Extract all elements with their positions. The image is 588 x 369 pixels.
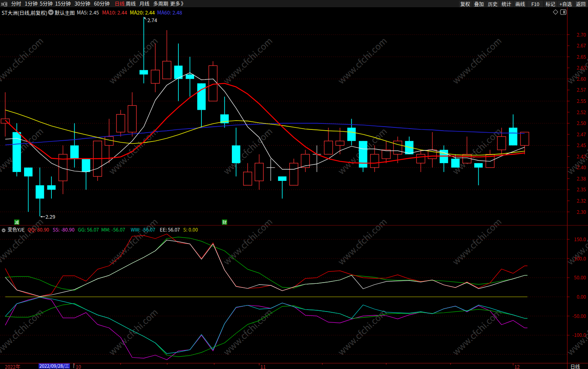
year-label: 2022年 — [5, 363, 20, 369]
diamond-icon[interactable] — [553, 10, 558, 14]
btn-fuquan[interactable]: 复权 — [459, 1, 472, 7]
event-marker[interactable]: 财 — [222, 219, 227, 225]
btn-fanhui[interactable]: 返回 — [574, 1, 587, 7]
candle-body — [497, 137, 506, 150]
layout-label[interactable]: 默认主图 — [55, 9, 75, 16]
price-label: 2.52 — [577, 109, 586, 115]
candle[interactable] — [255, 154, 263, 190]
chevron-down-icon[interactable] — [2, 227, 6, 234]
candle[interactable] — [463, 137, 471, 163]
price-label: 2.40 — [577, 164, 586, 170]
candle-body — [70, 146, 79, 159]
btn-f10[interactable]: F10 — [527, 1, 543, 7]
ma-legend-ma5: MA5: 2.45 — [77, 8, 99, 16]
more-arrow[interactable]: 》 — [181, 0, 186, 7]
candle[interactable] — [416, 150, 425, 172]
annotation-arrowhead — [40, 216, 42, 217]
indicator-line-ss — [5, 297, 527, 360]
candle[interactable] — [128, 92, 136, 136]
candle[interactable] — [486, 150, 494, 168]
candle[interactable] — [497, 128, 506, 154]
field-qq: QQ: 80.90 — [27, 226, 49, 233]
candle[interactable] — [151, 43, 160, 92]
indicator-line-mm — [5, 303, 527, 357]
tab-15min[interactable]: 15分钟 — [55, 0, 71, 7]
candle[interactable] — [244, 163, 252, 185]
candle[interactable] — [186, 57, 194, 96]
candle[interactable] — [324, 128, 333, 154]
tab-fenshi[interactable]: 分时 — [11, 0, 21, 7]
candle[interactable] — [59, 146, 67, 194]
candle[interactable] — [117, 110, 125, 137]
btn-diejia[interactable]: 叠加 — [473, 1, 486, 7]
indicator-name[interactable]: 变色YJE — [8, 226, 25, 233]
candle-body — [393, 141, 402, 154]
tab-30min[interactable]: 30分钟 — [75, 0, 90, 7]
candle[interactable] — [301, 150, 309, 172]
toolbar-buttons: 复权叠加历史统计画线F10标记+自选返回 — [459, 0, 588, 7]
tab-60min[interactable]: 60分钟 — [94, 0, 110, 7]
candle[interactable] — [70, 123, 79, 168]
candle[interactable] — [220, 96, 229, 127]
candle[interactable] — [440, 146, 448, 172]
candle[interactable] — [209, 61, 217, 101]
price-label: 2.70 — [577, 31, 586, 38]
tab-monthly[interactable]: 月线 — [139, 0, 150, 7]
date-separator — [74, 363, 74, 368]
candle[interactable] — [520, 132, 529, 154]
btn-lishi[interactable]: 历史 — [486, 1, 499, 7]
panel-split-icon[interactable] — [561, 10, 566, 14]
tab-5min[interactable]: 5分钟 — [40, 0, 53, 7]
candle[interactable] — [509, 115, 517, 146]
candles-layer — [1, 17, 529, 216]
tab-multi-period[interactable]: 多周期 — [153, 0, 168, 7]
candle-body — [128, 106, 136, 132]
tab-weekly[interactable]: 周线 — [126, 0, 136, 7]
candle-body — [278, 176, 287, 181]
indicator-line-ww — [5, 297, 527, 353]
candle[interactable] — [266, 159, 275, 181]
candle[interactable] — [359, 141, 367, 172]
ma-legend-ma10: MA10: 2.44 — [102, 8, 127, 16]
candle[interactable] — [290, 159, 298, 185]
candle-body — [47, 185, 55, 190]
tab-1min[interactable]: 1分钟 — [25, 0, 38, 7]
candle[interactable] — [163, 30, 171, 79]
candle-body — [139, 70, 148, 74]
candle[interactable] — [174, 43, 182, 101]
selected-date-badge[interactable]: 2022/09/28/三 — [39, 363, 70, 369]
candle[interactable] — [474, 163, 483, 185]
candle[interactable] — [278, 176, 287, 199]
annotation-low: 2.29 — [40, 213, 55, 220]
candle-body — [163, 61, 171, 79]
candle-body — [244, 172, 252, 185]
candle[interactable] — [36, 168, 44, 216]
candle[interactable] — [232, 128, 240, 176]
value-label: 50.00 — [574, 274, 586, 281]
candle[interactable] — [405, 137, 414, 154]
price-label: 2.35 — [577, 186, 586, 193]
chevron-down-icon[interactable] — [48, 9, 54, 17]
month-label-10: 10 — [76, 363, 81, 369]
btn-huaxian[interactable]: 画线 — [514, 1, 527, 7]
btn-tongji[interactable]: 统计 — [500, 1, 513, 7]
candle[interactable] — [93, 141, 102, 181]
btn-biaoji[interactable]: 标记 — [544, 1, 557, 7]
candle[interactable] — [47, 176, 55, 199]
candle-body — [416, 154, 425, 163]
candle-body — [255, 163, 263, 181]
candle-body — [232, 146, 240, 163]
candle-body — [151, 70, 160, 83]
tab-more[interactable]: 更多 — [170, 0, 180, 7]
indicator-chart: 150.0100.050.000.00-50.00-100.0 — [0, 226, 588, 366]
candle[interactable] — [82, 159, 90, 190]
event-marker[interactable]: 减 — [14, 219, 19, 225]
price-label: 2.50 — [577, 119, 586, 126]
candle[interactable] — [139, 17, 148, 83]
tab-daily[interactable]: 日线 — [115, 0, 125, 7]
candle[interactable] — [1, 92, 10, 136]
candle[interactable] — [313, 146, 321, 172]
btn-zixuan[interactable]: +自选 — [558, 1, 574, 7]
candle[interactable] — [382, 141, 390, 163]
candle[interactable] — [24, 168, 33, 212]
